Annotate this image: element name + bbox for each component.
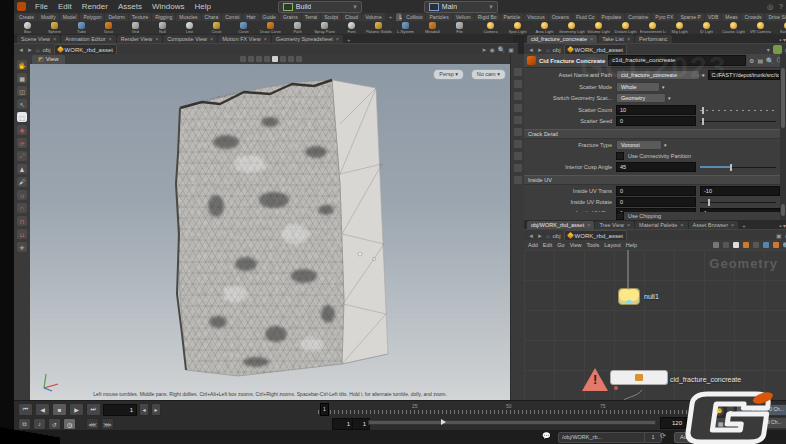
path-context[interactable]: obj — [43, 47, 51, 53]
net-snapshot-icon[interactable] — [773, 242, 779, 248]
snap-grid-icon[interactable]: ∪ — [17, 190, 27, 200]
scatter-count-field[interactable]: 10 — [616, 105, 696, 115]
home-icon[interactable]: ⌂ — [36, 47, 40, 53]
fracture-node[interactable]: cid_fracture_concreate — [582, 368, 741, 391]
display-points-icon[interactable] — [514, 116, 522, 124]
current-frame-field[interactable]: 1 — [103, 404, 137, 416]
pane-tab[interactable]: Scene View× — [17, 35, 60, 43]
dropdown-arrow-icon[interactable]: ▾ — [702, 72, 705, 78]
shelf-tab[interactable]: Particles — [426, 13, 451, 21]
shelf-tool[interactable]: Circle — [203, 22, 230, 34]
viewport-canvas[interactable]: Persp ▾ No cam ▾ Left mouse tumbles. Mid… — [30, 64, 510, 400]
shelf-add-icon[interactable]: + — [386, 14, 396, 20]
home-icon[interactable]: ⌂ — [546, 47, 550, 53]
back-icon[interactable]: ◄ — [528, 233, 534, 239]
scatter-seed-slider[interactable] — [700, 117, 780, 125]
scene-thumb-icon[interactable] — [773, 45, 782, 54]
brush-icon[interactable]: 🖌 — [17, 177, 27, 187]
prev-key-icon[interactable]: ◂ — [139, 403, 149, 416]
shelf-tab[interactable]: Particle — [501, 13, 524, 21]
shelf-tab-lightcam[interactable]: LightCam — [396, 13, 402, 21]
network-menu-item[interactable]: Add — [528, 242, 538, 248]
shading-icon[interactable] — [514, 68, 522, 76]
shelf-tool[interactable]: Box — [14, 22, 41, 34]
dec-frame-icon[interactable]: ⋘ — [86, 418, 99, 430]
dropdown-arrow-icon[interactable]: ▾ — [664, 142, 667, 148]
gear-icon[interactable]: ⚙ — [749, 57, 754, 64]
net-tool-icon[interactable] — [713, 242, 719, 248]
network-menu-item[interactable]: View — [570, 242, 582, 248]
realtime-toggle-icon[interactable]: ◷ — [63, 418, 76, 430]
shelf-tool[interactable]: Sphere — [41, 22, 68, 34]
asset-dropdown[interactable]: cid_fracture_concreate — [616, 70, 700, 80]
play-reverse-icon[interactable]: ◀ — [35, 403, 50, 416]
message-bubble-icon[interactable]: 💬 — [542, 432, 551, 440]
shadows-icon[interactable] — [514, 104, 522, 112]
snap-point-icon[interactable]: ∩ — [17, 203, 27, 213]
network-menu-item[interactable]: Layout — [604, 242, 621, 248]
detail-mode-icon[interactable] — [280, 56, 286, 62]
section-crack-detail[interactable]: Crack Detail — [524, 129, 784, 139]
pane-tab[interactable]: Motion FX View× — [218, 35, 271, 43]
construction-plane-icon[interactable] — [296, 56, 302, 62]
view-tool-icon[interactable]: ▦ — [17, 73, 27, 83]
shelf-tab[interactable]: VDB — [705, 13, 721, 21]
shelf-tab[interactable]: Rigging — [152, 13, 175, 21]
prims-mode-icon[interactable] — [272, 56, 278, 62]
fracture-type-dropdown[interactable]: Voronoi — [616, 140, 662, 150]
key-menu-icon[interactable]: ▾ — [726, 405, 735, 417]
dropdown-arrow-icon[interactable]: ▾ — [668, 95, 671, 101]
shelf-tab[interactable]: Meas — [722, 13, 740, 21]
shelf-tab[interactable]: Consti — [222, 13, 242, 21]
scale-icon[interactable]: ⤢ — [17, 151, 27, 161]
shelf-tab[interactable]: Cloud — [342, 13, 361, 21]
key-icon[interactable]: 🔑 — [712, 405, 725, 417]
frame-icon[interactable]: ▣ — [508, 46, 514, 53]
snap-toggle-icon[interactable] — [288, 56, 294, 62]
shelf-tab[interactable]: Rigid Bo — [475, 13, 500, 21]
range-start-field[interactable]: 1 — [332, 418, 354, 430]
shelf-tool[interactable]: Platonic Solids — [365, 22, 392, 34]
objects-mode-icon[interactable] — [248, 56, 254, 62]
path-context[interactable]: obj — [553, 233, 561, 239]
shelf-tab[interactable]: Model — [60, 13, 80, 21]
shelf-tool[interactable]: Font — [338, 22, 365, 34]
null-node[interactable]: null1 — [618, 288, 659, 305]
auto-update-dropdown[interactable]: Auto Update▾ — [674, 432, 750, 443]
shelf-tool[interactable]: Draw Curve — [257, 22, 284, 34]
connectivity-checkbox[interactable] — [616, 152, 624, 160]
shelf-tool[interactable]: Caustic Light — [720, 22, 747, 34]
shelf-tool[interactable]: VR Camera — [747, 22, 774, 34]
network-canvas[interactable]: Geometry null1 cid_fracture_concreate — [524, 250, 786, 400]
display-normals-icon[interactable] — [514, 128, 522, 136]
shelf-tool[interactable]: ID Light — [693, 22, 720, 34]
network-menu-item[interactable]: Help — [626, 242, 637, 248]
shelf-tab[interactable]: Fluid Co — [573, 13, 598, 21]
param-scrollbar[interactable] — [780, 54, 786, 220]
lighting-icon[interactable] — [514, 92, 522, 100]
forward-icon[interactable]: ► — [537, 47, 543, 53]
menu-item[interactable]: Windows — [147, 2, 189, 11]
multiparm-icon[interactable]: ✛ — [17, 242, 27, 252]
network-menu-item[interactable]: Edit — [543, 242, 552, 248]
scatter-seed-field[interactable]: 0 — [616, 116, 696, 126]
close-icon[interactable]: × — [210, 35, 213, 43]
close-icon[interactable]: × — [627, 35, 630, 43]
select-icon[interactable]: ↖ — [17, 99, 27, 109]
net-group-icon[interactable] — [753, 242, 759, 248]
camera-lock-icon[interactable] — [514, 164, 522, 172]
close-icon[interactable]: × — [680, 221, 683, 229]
key-all-button[interactable]: Key All Ch... — [736, 417, 786, 429]
pane-tab[interactable]: Animation Editor× — [61, 35, 116, 43]
points-mode-icon[interactable] — [256, 56, 262, 62]
shelf-tool[interactable]: Geometry Light — [558, 22, 585, 34]
global-end-field[interactable]: 120 — [686, 417, 712, 429]
param-node-name-field[interactable]: c1d_fracture_concreate — [608, 55, 746, 66]
shelf-tool[interactable]: Grid — [122, 22, 149, 34]
pin-icon[interactable]: ➤ — [482, 46, 487, 53]
go-start-icon[interactable]: ⏮ — [18, 403, 33, 416]
cusp-angle-slider[interactable] — [700, 163, 780, 171]
desktop-selector[interactable]: Build ▾ — [278, 1, 362, 13]
menu-item[interactable]: Assets — [113, 2, 147, 11]
snap-prim-icon[interactable]: ⊔ — [17, 229, 27, 239]
